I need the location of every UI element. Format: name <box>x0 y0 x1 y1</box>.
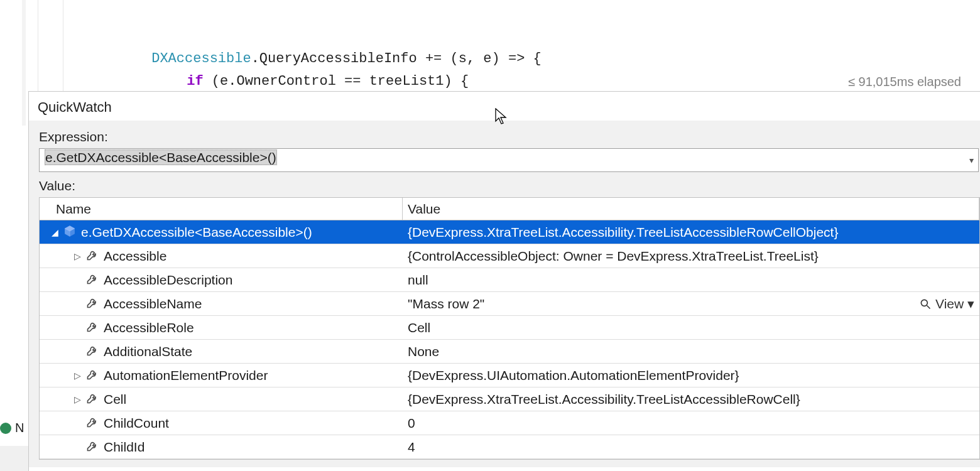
wrench-icon <box>86 273 99 285</box>
property-name: ChildCount <box>104 416 169 431</box>
property-name: Accessible <box>104 249 166 264</box>
table-row[interactable]: ChildId4 <box>40 435 979 459</box>
column-header-name[interactable]: Name <box>51 198 403 220</box>
expander-icon[interactable]: ▷ <box>72 394 82 404</box>
wrench-icon <box>86 296 99 309</box>
svg-line-1 <box>927 305 930 308</box>
property-value: Cell <box>408 320 430 335</box>
status-indicator: N <box>0 421 24 435</box>
elapsed-time-label: ≤ 91,015ms elapsed <box>848 70 961 93</box>
cursor-icon <box>495 108 509 126</box>
property-value: {DevExpress.UIAutomation.AutomationEleme… <box>408 368 739 383</box>
magnifier-icon <box>919 298 932 310</box>
property-value: 4 <box>408 440 415 455</box>
value-label: Value: <box>39 178 980 193</box>
property-value: {DevExpress.XtraTreeList.Accessibility.T… <box>408 392 800 407</box>
property-name: AccessibleDescription <box>104 273 232 288</box>
expander-icon[interactable]: ▷ <box>72 371 82 381</box>
property-value: 0 <box>408 416 415 431</box>
property-name: e.GetDXAccessible<BaseAccessible>() <box>81 225 312 240</box>
property-value: "Mass row 2" <box>408 296 484 311</box>
property-value: {ControlAccessibleObject: Owner = DevExp… <box>408 249 819 264</box>
table-row[interactable]: ▷Cell{DevExpress.XtraTreeList.Accessibil… <box>40 387 979 411</box>
expander-icon[interactable]: ▷ <box>72 251 82 261</box>
wrench-icon <box>86 320 99 333</box>
grid-header: Name Value <box>40 198 979 220</box>
property-name: Cell <box>104 392 126 407</box>
check-icon <box>0 423 11 434</box>
table-row[interactable]: AccessibleRoleCell <box>40 316 979 340</box>
table-row[interactable]: ◢e.GetDXAccessible<BaseAccessible>(){Dev… <box>40 220 979 244</box>
property-value: None <box>408 344 439 359</box>
wrench-icon <box>86 392 99 404</box>
quickwatch-panel: QuickWatch Expression: e.GetDXAccessible… <box>28 91 980 471</box>
property-name: AdditionalState <box>104 344 192 359</box>
wrench-icon <box>86 440 99 452</box>
wrench-icon <box>86 368 99 381</box>
expression-input[interactable]: e.GetDXAccessible<BaseAccessible>() <box>39 148 979 172</box>
grid-body: ◢e.GetDXAccessible<BaseAccessible>(){Dev… <box>40 220 979 459</box>
property-value: {DevExpress.XtraTreeList.Accessibility.T… <box>408 225 838 240</box>
wrench-icon <box>86 249 99 261</box>
table-row[interactable]: ▷AutomationElementProvider{DevExpress.UI… <box>40 364 979 387</box>
property-name: ChildId <box>104 440 144 455</box>
expression-combobox[interactable]: e.GetDXAccessible<BaseAccessible>() ▾ <box>39 148 979 172</box>
wrench-icon <box>86 416 99 428</box>
table-row[interactable]: ChildCount0 <box>40 411 979 435</box>
table-row[interactable]: AccessibleName"Mass row 2"View ▾ <box>40 292 979 316</box>
view-button[interactable]: View ▾ <box>919 296 974 311</box>
cube-icon <box>63 225 76 237</box>
expression-label: Expression: <box>39 129 980 144</box>
wrench-icon <box>86 344 99 357</box>
property-name: AccessibleName <box>104 296 202 311</box>
expander-icon[interactable]: ◢ <box>50 227 60 237</box>
svg-point-0 <box>921 300 927 306</box>
chevron-down-icon[interactable]: ▾ <box>969 155 974 165</box>
property-value: null <box>408 273 428 288</box>
status-bar-fragment <box>0 446 28 471</box>
gutter-margin <box>22 0 26 126</box>
column-header-value[interactable]: Value <box>403 198 979 220</box>
property-name: AutomationElementProvider <box>104 368 268 383</box>
property-name: AccessibleRole <box>104 320 194 335</box>
value-grid: Name Value ◢e.GetDXAccessible<BaseAccess… <box>39 197 980 460</box>
table-row[interactable]: ▷Accessible{ControlAccessibleObject: Own… <box>40 244 979 268</box>
table-row[interactable]: AdditionalStateNone <box>40 340 979 364</box>
table-row[interactable]: AccessibleDescriptionnull <box>40 268 979 292</box>
